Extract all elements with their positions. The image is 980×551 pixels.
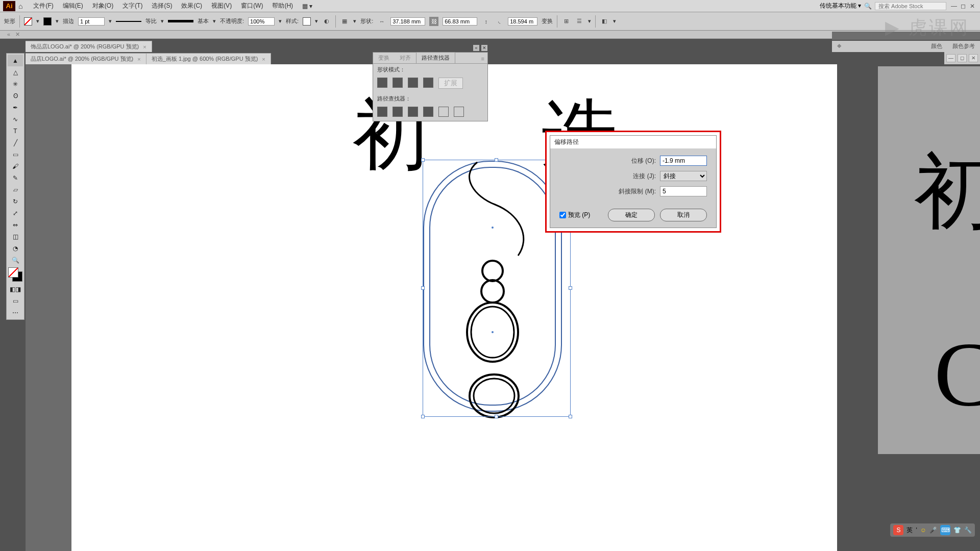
search-input[interactable] bbox=[875, 2, 946, 10]
preview-checkbox[interactable]: 预览 (P) bbox=[559, 211, 590, 219]
pathfinder-panel[interactable]: «✕ 变换 对齐 路径查找器 ≡ 形状模式： 扩展 路径查找器： bbox=[373, 52, 488, 121]
ime-mic-icon[interactable]: 🎤 bbox=[929, 527, 937, 534]
height-input[interactable] bbox=[443, 17, 477, 26]
ok-button[interactable]: 确定 bbox=[608, 209, 655, 221]
close-tab-icon[interactable]: × bbox=[137, 56, 140, 62]
ime-mode[interactable]: 英 bbox=[906, 526, 913, 535]
transform-button[interactable]: 变换 bbox=[542, 17, 553, 25]
menu-object[interactable]: 对象(O) bbox=[88, 2, 118, 10]
doc-tab-3[interactable]: 初选_画板 1.jpg @ 600% (RGB/GPU 预览)× bbox=[146, 53, 271, 64]
tool-edit-toolbar[interactable]: ⋯ bbox=[8, 307, 23, 318]
home-icon[interactable]: ⌂ bbox=[18, 2, 22, 10]
ime-tray[interactable]: S 英 ' ☺ 🎤 ⌨ 👕 🔧 bbox=[890, 523, 975, 537]
ime-toolbox-icon[interactable]: 🔧 bbox=[964, 527, 972, 534]
profile-swatch[interactable] bbox=[116, 21, 141, 22]
menu-edit[interactable]: 编辑(E) bbox=[58, 2, 88, 10]
menu-view[interactable]: 视图(V) bbox=[207, 2, 236, 10]
tab-color-guide[interactable]: 颜色参考 bbox=[947, 41, 980, 52]
opacity-input[interactable] bbox=[248, 17, 275, 26]
close-tab-icon[interactable]: × bbox=[262, 56, 265, 62]
menu-help[interactable]: 帮助(H) bbox=[267, 2, 298, 10]
menu-select[interactable]: 选择(S) bbox=[147, 2, 177, 10]
expand-button[interactable]: 扩展 bbox=[438, 78, 463, 89]
tool-lasso[interactable]: ʘ bbox=[8, 90, 23, 102]
doc-window-controls[interactable]: —◻✕ bbox=[944, 52, 980, 64]
minus-back-icon[interactable] bbox=[454, 107, 464, 117]
radius-input[interactable] bbox=[508, 17, 537, 26]
tool-brush[interactable]: 🖌 bbox=[8, 160, 23, 172]
window-controls[interactable]: —◻✕ bbox=[949, 3, 977, 10]
offset-path-dialog[interactable]: 偏移路径 位移 (O): 连接 (J): 斜接 斜接限制 (M): 预览 (P)… bbox=[550, 135, 717, 228]
tool-rotate[interactable]: ↻ bbox=[8, 195, 23, 207]
align-icon[interactable]: ▦ bbox=[340, 17, 349, 26]
width-input[interactable] bbox=[390, 17, 425, 26]
menu-layout-icon[interactable]: ▦ ▾ bbox=[298, 3, 317, 10]
ime-face-icon[interactable]: ☺ bbox=[920, 527, 926, 534]
joins-select[interactable]: 斜接 bbox=[660, 171, 707, 181]
arrange-icon[interactable]: ☰ bbox=[575, 17, 584, 26]
unite-icon[interactable] bbox=[377, 78, 387, 88]
tab-align[interactable]: 对齐 bbox=[395, 53, 416, 63]
intersect-icon[interactable] bbox=[408, 78, 418, 88]
cancel-button[interactable]: 取消 bbox=[660, 209, 707, 221]
tab-color[interactable]: 颜色 bbox=[926, 41, 947, 52]
tool-shaper[interactable]: ✎ bbox=[8, 172, 23, 184]
outline-icon[interactable] bbox=[438, 107, 449, 117]
tool-type[interactable]: T bbox=[8, 125, 23, 137]
tool-zoom[interactable]: 🔍 bbox=[8, 254, 23, 266]
tool-line[interactable]: ╱ bbox=[8, 137, 23, 148]
tool-shape-builder[interactable]: ◔ bbox=[8, 242, 23, 254]
divide-icon[interactable] bbox=[377, 107, 387, 117]
select-similar-icon[interactable]: ◧ bbox=[600, 17, 609, 26]
minus-front-icon[interactable] bbox=[393, 78, 403, 88]
tool-scale[interactable]: ⤢ bbox=[8, 207, 23, 219]
close-tab-icon[interactable]: × bbox=[143, 44, 146, 50]
tool-free-transform[interactable]: ◫ bbox=[8, 231, 23, 242]
exclude-icon[interactable] bbox=[423, 78, 433, 88]
tool-width[interactable]: ⇔ bbox=[8, 219, 23, 231]
tool-selection[interactable]: ▲ bbox=[8, 55, 23, 66]
tool-color-mode[interactable]: ◧◨ bbox=[8, 283, 23, 295]
menu-file[interactable]: 文件(F) bbox=[29, 2, 58, 10]
ime-logo-icon[interactable]: S bbox=[893, 525, 903, 535]
stroke-width-input[interactable] bbox=[78, 17, 105, 26]
tool-eraser[interactable]: ▱ bbox=[8, 184, 23, 195]
panel-close-icon[interactable]: ✕ bbox=[481, 45, 487, 51]
collapse-icon[interactable]: « bbox=[7, 31, 10, 37]
recolor-icon[interactable]: ◐ bbox=[322, 17, 331, 26]
offset-input[interactable] bbox=[660, 156, 707, 166]
miter-input[interactable] bbox=[660, 186, 707, 196]
link-wh-icon[interactable]: ⛓ bbox=[429, 17, 438, 26]
menu-window[interactable]: 窗口(W) bbox=[236, 2, 267, 10]
merge-icon[interactable] bbox=[408, 107, 418, 117]
right-panels-minbar[interactable] bbox=[832, 32, 980, 40]
workspace-switcher[interactable]: 传统基本功能 ▾ bbox=[820, 2, 861, 10]
menu-type[interactable]: 文字(T) bbox=[118, 2, 147, 10]
panel-collapse-icon[interactable]: « bbox=[473, 45, 479, 51]
panel-menu-icon[interactable]: ≡ bbox=[478, 54, 487, 63]
doc-tab-1[interactable]: 饰品店LOGO.ai* @ 200% (RGB/GPU 预览)× bbox=[26, 41, 152, 52]
offset-label: 位移 (O): bbox=[631, 157, 656, 165]
tab-transform[interactable]: 变换 bbox=[373, 53, 395, 63]
crop-icon[interactable] bbox=[423, 107, 433, 117]
tool-curvature[interactable]: ∿ bbox=[8, 113, 23, 125]
tool-pen[interactable]: ✒ bbox=[8, 102, 23, 113]
brush-swatch[interactable] bbox=[168, 20, 193, 22]
tab-pathfinder[interactable]: 路径查找器 bbox=[416, 52, 455, 63]
ime-keyboard-icon[interactable]: ⌨ bbox=[940, 525, 950, 535]
ime-punct-icon[interactable]: ' bbox=[916, 527, 917, 534]
fill-stroke-swatch[interactable] bbox=[8, 267, 22, 282]
tool-rectangle[interactable]: ▭ bbox=[8, 148, 23, 160]
tool-magic-wand[interactable]: ✳ bbox=[8, 78, 23, 90]
trim-icon[interactable] bbox=[393, 107, 403, 117]
menu-effect[interactable]: 效果(C) bbox=[177, 2, 207, 10]
close-panel-icon[interactable]: ✕ bbox=[15, 31, 20, 38]
ime-skin-icon[interactable]: 👕 bbox=[953, 527, 961, 534]
style-swatch[interactable] bbox=[303, 17, 311, 26]
tool-screen-mode[interactable]: ▭ bbox=[8, 295, 23, 307]
stroke-swatch[interactable] bbox=[43, 17, 52, 26]
fill-swatch[interactable] bbox=[24, 17, 32, 26]
doc-tab-2[interactable]: 品店LOGO.ai* @ 200% (RGB/GPU 预览)× bbox=[26, 53, 146, 64]
tool-direct-select[interactable]: △ bbox=[8, 66, 23, 78]
isolate-icon[interactable]: ⊞ bbox=[561, 17, 571, 26]
